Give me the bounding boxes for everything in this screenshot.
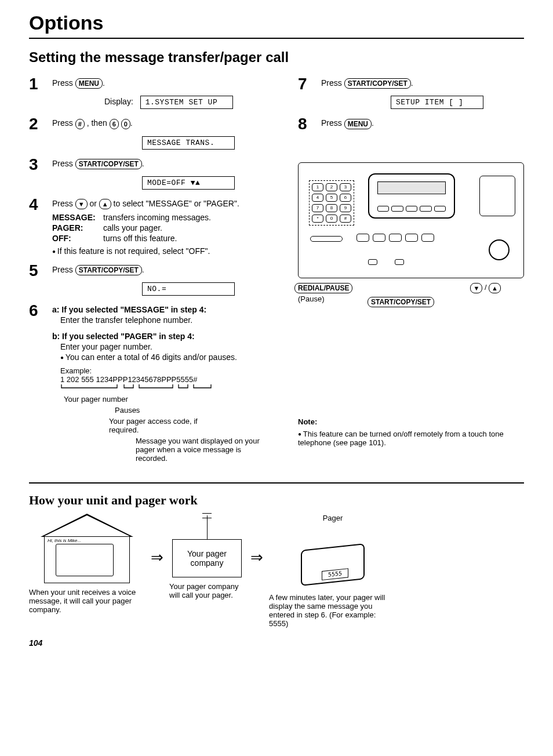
annot-pager-number: Your pager number bbox=[64, 395, 281, 404]
start-copy-set-key-7: START/COPY/SET bbox=[344, 78, 411, 89]
six-key: 6 bbox=[110, 119, 119, 129]
how-cap-3: A few minutes later, your pager will dis… bbox=[269, 593, 396, 628]
step-4-rest: to select "MESSAGE" or "PAGER". bbox=[114, 199, 239, 208]
step-6b-bullet: You can enter a total of 46 digits and/o… bbox=[60, 352, 281, 362]
page-title: Options bbox=[29, 12, 524, 34]
device-illustration-wrap: Dial keypad MENU 123 456 789 *0# bbox=[298, 162, 524, 319]
def-pager-term: PAGER: bbox=[52, 223, 103, 232]
step-7: 7 Press START/COPY/SET. SETUP ITEM [ ] bbox=[298, 75, 524, 109]
pager-display: 5555 bbox=[322, 569, 348, 581]
fax-machine-icon bbox=[56, 544, 114, 576]
menu-key: MENU bbox=[75, 78, 103, 89]
example-brackets-icon bbox=[60, 384, 234, 391]
how-diagram: Hi, this is Mike... When your unit recei… bbox=[29, 514, 524, 628]
step-1-number: 1 bbox=[29, 75, 44, 109]
house-icon: Hi, this is Mike... bbox=[41, 514, 133, 583]
divider-top bbox=[29, 38, 524, 39]
step-3: 3 Press START/COPY/SET. MODE=OFF ▼▲ bbox=[29, 155, 281, 190]
step-2-after: . bbox=[130, 118, 133, 128]
up-arrow-key: ▲ bbox=[99, 199, 111, 209]
step-8-number: 8 bbox=[298, 115, 313, 133]
steps-right: 7 Press START/COPY/SET. SETUP ITEM [ ] 8… bbox=[298, 75, 524, 468]
step-4-pre: Press bbox=[52, 199, 75, 208]
step-6: 6 a: If you selected "MESSAGE" in step 4… bbox=[29, 301, 281, 463]
hash-key: # bbox=[75, 119, 85, 129]
step-4: 4 Press ▼ or ▲ to select "MESSAGE" or "P… bbox=[29, 195, 281, 256]
note-title: Note: bbox=[298, 417, 524, 426]
step-4-or: or bbox=[89, 199, 99, 208]
how-cap-2: Your pager company will call your pager. bbox=[169, 582, 245, 599]
arrow-2-icon: ⇒ bbox=[250, 548, 263, 566]
step-5-number: 5 bbox=[29, 261, 44, 296]
down-arrow-icon: ▼ bbox=[470, 283, 482, 293]
side-buttons-icon bbox=[479, 176, 515, 216]
display-7: SETUP ITEM [ ] bbox=[391, 96, 483, 109]
step-6b-body: Enter your pager number. bbox=[60, 342, 281, 351]
step-1: 1 Press MENU. Display: 1.SYSTEM SET UP bbox=[29, 75, 281, 109]
device-illustration: 123 456 789 *0# bbox=[298, 162, 524, 278]
annot-message: Message you want displayed on your pager… bbox=[136, 437, 263, 463]
step-2-number: 2 bbox=[29, 115, 44, 149]
step-6-number: 6 bbox=[29, 301, 44, 463]
down-arrow-key: ▼ bbox=[75, 199, 88, 209]
example-string: 1 202 555 1234PPP12345678PPP5555# bbox=[60, 375, 281, 384]
def-off-term: OFF: bbox=[52, 234, 103, 243]
step-7-text: Press bbox=[321, 78, 344, 88]
small-buttons-icon bbox=[368, 259, 404, 265]
pager-label: Pager bbox=[323, 514, 343, 522]
step-5-text: Press bbox=[52, 265, 75, 274]
how-col-unit: Hi, this is Mike... When your unit recei… bbox=[29, 514, 145, 614]
speech-balloon: Hi, this is Mike... bbox=[48, 538, 81, 543]
def-pager: calls your pager. bbox=[103, 223, 162, 232]
pager-icon: 5555 bbox=[295, 536, 370, 588]
start-copy-set-key-3: START/COPY/SET bbox=[75, 159, 142, 169]
pager-company-box: Your pager company bbox=[172, 539, 242, 577]
page-number: 104 bbox=[29, 638, 524, 648]
step-2: 2 Press # , then 6 0. MESSAGE TRANS. bbox=[29, 115, 281, 149]
label-start-copy-set: START/COPY/SET bbox=[368, 297, 434, 307]
step-2-mid: , then bbox=[87, 118, 110, 128]
display-2: MESSAGE TRANS. bbox=[142, 136, 235, 150]
label-pause: (Pause) bbox=[298, 295, 325, 303]
display-5: NO.= bbox=[142, 282, 235, 296]
step-6a-title: a: If you selected "MESSAGE" in step 4: bbox=[52, 305, 281, 314]
start-copy-set-key-5: START/COPY/SET bbox=[75, 265, 142, 275]
step-8-text: Press bbox=[321, 118, 344, 128]
lcd-icon bbox=[368, 173, 455, 219]
step-4-bullet: If this feature is not required, select … bbox=[52, 246, 281, 256]
section-title: Setting the message transfer/pager call bbox=[29, 49, 524, 66]
display-label: Display: bbox=[104, 97, 133, 106]
divider-mid bbox=[29, 482, 524, 484]
step-4-number: 4 bbox=[29, 195, 44, 256]
step-3-after: . bbox=[142, 159, 144, 168]
def-off: turns off this feature. bbox=[103, 234, 177, 243]
zero-key: 0 bbox=[121, 119, 130, 129]
steps-left: 1 Press MENU. Display: 1.SYSTEM SET UP 2… bbox=[29, 75, 281, 468]
label-redial-pause: REDIAL/PAUSE bbox=[294, 283, 352, 293]
step-6b-title: b: If you selected "PAGER" in step 4: bbox=[52, 332, 281, 341]
step-1-text: Press bbox=[52, 78, 75, 88]
step-3-number: 3 bbox=[29, 155, 44, 190]
step-3-text: Press bbox=[52, 159, 75, 168]
step-8: 8 Press MENU. bbox=[298, 115, 524, 133]
step-1-after: . bbox=[103, 78, 105, 88]
row-buttons-icon bbox=[356, 234, 434, 242]
slot-icon bbox=[310, 236, 343, 242]
arrow-1-icon: ⇒ bbox=[151, 548, 163, 566]
annot-access-code: Your pager access code, if required. bbox=[109, 417, 213, 434]
def-message-term: MESSAGE: bbox=[52, 213, 103, 222]
step-8-after: . bbox=[372, 118, 374, 128]
how-col-pager: Pager 5555 A few minutes later, your pag… bbox=[269, 514, 396, 628]
keypad-icon: 123 456 789 *0# bbox=[309, 180, 354, 226]
step-5: 5 Press START/COPY/SET. NO.= bbox=[29, 261, 281, 296]
how-title: How your unit and pager work bbox=[29, 493, 524, 508]
how-cap-1: When your unit receives a voice message,… bbox=[29, 588, 145, 614]
up-arrow-icon: ▲ bbox=[489, 283, 501, 293]
step-7-number: 7 bbox=[298, 75, 313, 109]
annot-pauses: Pauses bbox=[115, 406, 281, 415]
step-5-after: . bbox=[142, 265, 144, 274]
note-block: Note: This feature can be turned on/off … bbox=[298, 417, 524, 447]
note-body: This feature can be turned on/off remote… bbox=[298, 430, 524, 447]
def-message: transfers incoming messages. bbox=[103, 213, 211, 222]
step-7-after: . bbox=[411, 78, 413, 88]
